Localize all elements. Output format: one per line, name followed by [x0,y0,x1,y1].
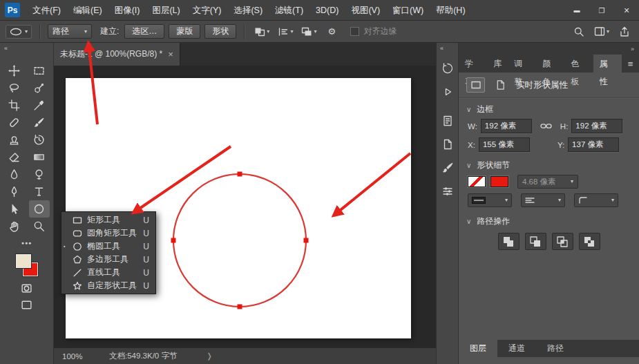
anchor-point-left[interactable] [171,238,176,243]
menu-edit[interactable]: 编辑(E) [67,0,108,21]
section-path-operations[interactable]: ∨ 路径操作 [459,213,639,229]
shape-properties-button[interactable] [466,77,485,93]
lasso-tool[interactable] [4,79,25,97]
color-swatches[interactable] [15,253,39,278]
restore-button[interactable]: ❐ [589,0,614,21]
foreground-color-swatch[interactable] [16,254,31,268]
stroke-align-combo[interactable]: ▾ [521,193,565,207]
blur-tool[interactable] [4,166,25,183]
rectangular-marquee-tool[interactable] [29,62,50,79]
menu-type[interactable]: 文字(Y) [187,0,228,21]
menu-help[interactable]: 帮助(H) [430,0,471,21]
circle-path[interactable] [173,174,306,307]
make-shape-button[interactable]: 形状 [204,24,236,39]
brush-tool[interactable] [29,114,50,131]
masks-properties-button[interactable] [491,77,510,93]
height-field[interactable]: 192 像素 [571,119,622,133]
brush-settings-panel-button[interactable] [439,159,457,177]
ellipse-tool[interactable] [29,200,50,218]
intersect-shapes-button[interactable] [552,233,573,250]
strip-expand[interactable]: « [437,43,458,54]
properties-sliders-panel-button[interactable] [439,182,457,200]
minimize-button[interactable]: ▬ [564,0,589,21]
zoom-level-field[interactable]: 100% [62,352,94,361]
anchor-point-top[interactable] [238,172,242,177]
workspace-switcher[interactable]: ▾ [592,24,611,39]
align-edges-checkbox[interactable]: 对齐边缘 [350,26,397,37]
fill-color-swatch[interactable] [468,176,486,187]
section-transform[interactable]: ∨ 边框 [459,102,639,117]
link-dimensions-icon[interactable] [540,122,552,130]
path-arrangement-dropdown[interactable]: ▾ [299,24,318,39]
menu-view[interactable]: 视图(V) [345,0,386,21]
tool-mode-select[interactable]: 路径 ▾ [48,24,92,39]
x-field[interactable]: 155 像素 [479,137,530,152]
y-field[interactable]: 137 像素 [568,137,619,152]
make-selection-button[interactable]: 选区… [124,24,164,39]
history-panel-button[interactable] [439,59,457,77]
subtract-front-shape-button[interactable] [525,233,546,250]
share-button[interactable] [616,24,633,39]
type-tool[interactable] [29,183,50,200]
menu-layer[interactable]: 图层(L) [146,0,186,21]
stroke-corner-combo[interactable]: ▾ [574,193,618,207]
menu-file[interactable]: 文件(F) [26,0,67,21]
search-button[interactable] [570,24,588,39]
canvas[interactable] [66,78,411,338]
flyout-polygon-tool[interactable]: 多边形工具 U [61,253,155,266]
menu-image[interactable]: 图像(I) [108,0,146,21]
width-field[interactable]: 192 像素 [481,119,532,133]
menu-window[interactable]: 窗口(W) [386,0,430,21]
flyout-ellipse-tool[interactable]: ▪ 椭圆工具 U [61,240,155,253]
spot-healing-brush-tool[interactable] [4,114,25,131]
info-panel-button[interactable] [439,112,457,130]
anchor-point-right[interactable] [304,238,309,243]
close-document-icon[interactable]: × [168,49,173,59]
toolbar-collapse[interactable]: « [0,43,53,54]
tab-layers[interactable]: 图层 [459,340,497,357]
flyout-line-tool[interactable]: 直线工具 U [61,266,155,279]
gradient-tool[interactable] [29,149,50,166]
exclude-shapes-button[interactable] [579,233,600,250]
actions-panel-button[interactable] [439,83,457,101]
stroke-width-combo[interactable]: 4.68 像素 ▾ [517,175,578,189]
edit-toolbar-button[interactable]: ●●● [21,240,32,245]
tab-adjustments[interactable]: 调整 [508,55,536,73]
tab-learn[interactable]: 学习 [459,55,487,73]
flyout-rectangle-tool[interactable]: 矩形工具 U [61,213,155,227]
tool-preset-picker[interactable]: ▾ [6,25,32,39]
notes-panel-button[interactable] [439,135,457,153]
menu-filter[interactable]: 滤镜(T) [269,0,309,21]
tab-properties[interactable]: 属性 [593,55,622,73]
eraser-tool[interactable] [4,149,25,166]
dodge-tool[interactable] [29,166,50,183]
stroke-type-combo[interactable]: ▾ [468,193,512,207]
flyout-rounded-rectangle-tool[interactable]: 圆角矩形工具 U [61,227,155,240]
path-alignment-dropdown[interactable]: ▾ [276,24,295,39]
stroke-color-swatch[interactable] [490,176,508,187]
move-tool[interactable] [4,62,25,79]
eyedropper-tool[interactable] [29,97,50,114]
menu-select[interactable]: 选择(S) [227,0,269,21]
anchor-point-bottom[interactable] [238,305,242,309]
combine-shapes-button[interactable] [498,233,519,250]
tab-paths[interactable]: 路径 [536,340,575,357]
flyout-custom-shape-tool[interactable]: 自定形状工具 U [61,279,155,292]
screen-mode-button[interactable] [21,299,32,311]
section-shape-details[interactable]: ∨ 形状细节 [459,157,639,173]
tab-color[interactable]: 颜色 [536,55,564,73]
tab-channels[interactable]: 通道 [497,340,536,357]
panel-menu-icon[interactable]: ≡ [622,55,639,73]
pen-tool[interactable] [4,183,25,200]
quick-mask-button[interactable] [21,282,32,294]
close-button[interactable]: ✕ [614,0,639,21]
zoom-tool[interactable] [29,218,50,235]
quick-selection-tool[interactable] [29,79,50,97]
path-operations-dropdown[interactable]: ▾ [252,24,271,39]
clone-stamp-tool[interactable] [4,131,25,149]
hand-tool[interactable] [4,218,25,235]
status-chevron-icon[interactable]: ❭ [206,352,212,361]
tab-swatches[interactable]: 色板 [565,55,593,73]
path-selection-tool[interactable] [4,200,25,218]
crop-tool[interactable] [4,97,25,114]
